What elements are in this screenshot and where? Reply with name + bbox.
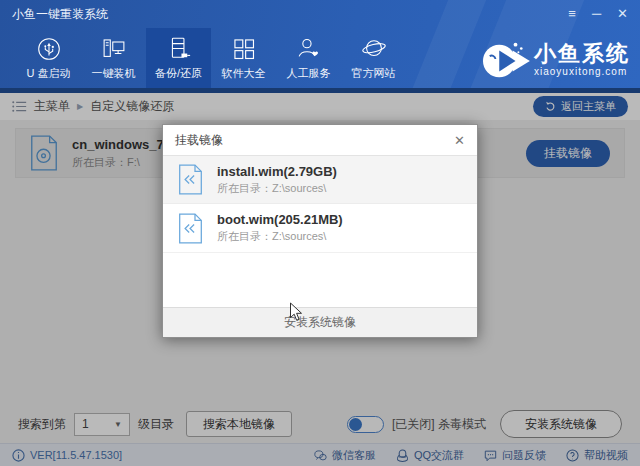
window-title: 小鱼一键重装系统 [12,6,108,23]
app-window: 小鱼一键重装系统 ≡ ─ ✕ U 盘启动 [0,0,640,466]
minimize-icon[interactable]: ─ [592,0,601,28]
nav-item-backup-restore[interactable]: 备份/还原 [146,28,211,88]
close-icon[interactable]: ✕ [617,0,628,28]
dialog-item-directory: 所在目录：Z:\sources\ [217,181,337,196]
computer-icon [100,35,128,63]
nav-label: 一键装机 [92,66,136,81]
dialog-item-info: boot.wim(205.21MB) 所在目录：Z:\sources\ [217,212,343,244]
wim-file-icon [177,212,204,245]
nav-label: 软件大全 [222,66,266,81]
usb-icon [35,35,63,63]
dialog-item-boot-wim[interactable]: boot.wim(205.21MB) 所在目录：Z:\sources\ [163,204,477,252]
nav-item-software-collection[interactable]: 软件大全 [211,28,276,88]
support-person-icon [295,35,323,63]
fish-logo-icon [480,37,530,81]
dialog-header: 挂载镜像 ✕ [163,125,477,156]
dialog-item-info: install.wim(2.79GB) 所在目录：Z:\sources\ [217,164,337,196]
globe-icon [360,35,388,63]
dialog-item-name: install.wim(2.79GB) [217,164,337,179]
nav-label: U 盘启动 [27,66,71,81]
mount-image-dialog: 挂载镜像 ✕ install.wim(2.79GB) 所在目录：Z:\sourc… [162,124,478,338]
wim-file-icon [177,163,204,196]
dialog-install-system-image-button[interactable]: 安装系统镜像 [163,307,477,337]
dialog-item-install-wim[interactable]: install.wim(2.79GB) 所在目录：Z:\sources\ [163,156,477,204]
logo-text: 小鱼系统 xiaoyuxitong.com [534,42,630,77]
page-body: 主菜单 ▶ 自定义镜像还原 返回主菜单 cn_wind [0,88,640,466]
nav-item-human-support[interactable]: 人工服务 [276,28,341,88]
nav-item-official-website[interactable]: 官方网站 [341,28,406,88]
nav-item-one-click-install[interactable]: 一键装机 [81,28,146,88]
dialog-item-name: boot.wim(205.21MB) [217,212,343,227]
dialog-title: 挂载镜像 [175,132,223,149]
server-icon [165,35,193,63]
nav-label: 人工服务 [287,66,331,81]
logo-title: 小鱼系统 [534,42,630,66]
dialog-item-directory: 所在目录：Z:\sources\ [217,229,343,244]
nav-label: 备份/还原 [155,66,202,81]
logo-subtitle: xiaoyuxitong.com [534,66,630,77]
dialog-spacer [163,252,477,307]
nav-item-usb-boot[interactable]: U 盘启动 [16,28,81,88]
title-bar: 小鱼一键重装系统 ≡ ─ ✕ [0,0,640,28]
main-nav: U 盘启动 一键装机 备份/还原 [0,28,640,88]
nav-label: 官方网站 [352,66,396,81]
mouse-cursor-icon [289,302,303,322]
brand-logo: 小鱼系统 xiaoyuxitong.com [480,34,630,84]
dialog-close-icon[interactable]: ✕ [454,133,465,148]
window-controls: ≡ ─ ✕ [568,0,628,28]
menu-icon[interactable]: ≡ [568,0,576,28]
apps-grid-icon [230,35,258,63]
